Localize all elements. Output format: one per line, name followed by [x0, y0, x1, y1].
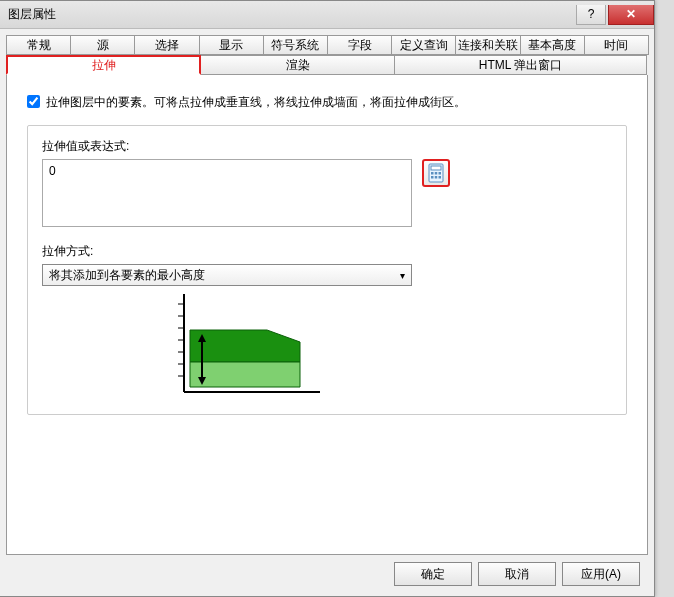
expression-builder-button[interactable]: [422, 159, 450, 187]
tab-strip: 常规 源 选择 显示 符号系统 字段 定义查询 连接和关联 基本高度 时间 拉伸…: [6, 35, 648, 75]
help-icon: ?: [588, 7, 595, 21]
window-buttons: ? ✕: [576, 5, 654, 25]
dialog-window: 图层属性 ? ✕ 常规 源 选择 显示 符号系统 字段 定义查询 连接和关联 基…: [0, 0, 655, 597]
expression-textarea[interactable]: 0: [42, 159, 412, 227]
svg-rect-1: [431, 166, 441, 170]
titlebar: 图层属性 ? ✕: [0, 1, 654, 29]
svg-rect-7: [439, 176, 442, 179]
tab-fields[interactable]: 字段: [327, 35, 392, 55]
cancel-button[interactable]: 取消: [478, 562, 556, 586]
svg-marker-17: [190, 330, 300, 362]
svg-marker-18: [190, 362, 300, 387]
tab-base-heights[interactable]: 基本高度: [520, 35, 585, 55]
dialog-buttons: 确定 取消 应用(A): [394, 562, 640, 586]
tab-definition-query[interactable]: 定义查询: [391, 35, 456, 55]
tab-display[interactable]: 显示: [199, 35, 264, 55]
window-title: 图层属性: [8, 6, 576, 23]
extrude-checkbox-row: 拉伸图层中的要素。可将点拉伸成垂直线，将线拉伸成墙面，将面拉伸成街区。: [27, 93, 627, 111]
svg-rect-2: [431, 172, 434, 175]
tab-content: 拉伸图层中的要素。可将点拉伸成垂直线，将线拉伸成墙面，将面拉伸成街区。 拉伸值或…: [6, 75, 648, 555]
tab-row-2: 拉伸 渲染 HTML 弹出窗口: [6, 55, 648, 75]
ok-button[interactable]: 确定: [394, 562, 472, 586]
extrusion-way-dropdown[interactable]: 将其添加到各要素的最小高度 ▾: [42, 264, 412, 286]
chevron-down-icon: ▾: [400, 270, 405, 281]
tab-html-popup[interactable]: HTML 弹出窗口: [394, 55, 647, 75]
dropdown-selected: 将其添加到各要素的最小高度: [49, 267, 205, 284]
tab-extrusion[interactable]: 拉伸: [6, 55, 201, 75]
extrusion-diagram: [172, 292, 322, 400]
tab-source[interactable]: 源: [70, 35, 135, 55]
extrude-checkbox-label: 拉伸图层中的要素。可将点拉伸成垂直线，将线拉伸成墙面，将面拉伸成街区。: [46, 93, 466, 111]
svg-rect-4: [439, 172, 442, 175]
expression-label: 拉伸值或表达式:: [42, 138, 612, 155]
close-button[interactable]: ✕: [608, 5, 654, 25]
svg-rect-5: [431, 176, 434, 179]
svg-rect-3: [435, 172, 438, 175]
extrude-checkbox[interactable]: [27, 95, 40, 108]
tab-row-1: 常规 源 选择 显示 符号系统 字段 定义查询 连接和关联 基本高度 时间: [6, 35, 648, 55]
extrusion-group: 拉伸值或表达式: 0 拉伸方式:: [27, 125, 627, 415]
extrusion-way-label: 拉伸方式:: [42, 243, 612, 260]
svg-rect-6: [435, 176, 438, 179]
expression-row: 0: [42, 159, 612, 227]
tab-selection[interactable]: 选择: [134, 35, 199, 55]
tab-general[interactable]: 常规: [6, 35, 71, 55]
apply-button[interactable]: 应用(A): [562, 562, 640, 586]
help-button[interactable]: ?: [576, 5, 606, 25]
close-icon: ✕: [626, 7, 636, 21]
tab-rendering[interactable]: 渲染: [200, 55, 395, 75]
calculator-icon: [428, 163, 444, 183]
tab-joins-relates[interactable]: 连接和关联: [455, 35, 520, 55]
tab-time[interactable]: 时间: [584, 35, 649, 55]
tab-symbology[interactable]: 符号系统: [263, 35, 328, 55]
